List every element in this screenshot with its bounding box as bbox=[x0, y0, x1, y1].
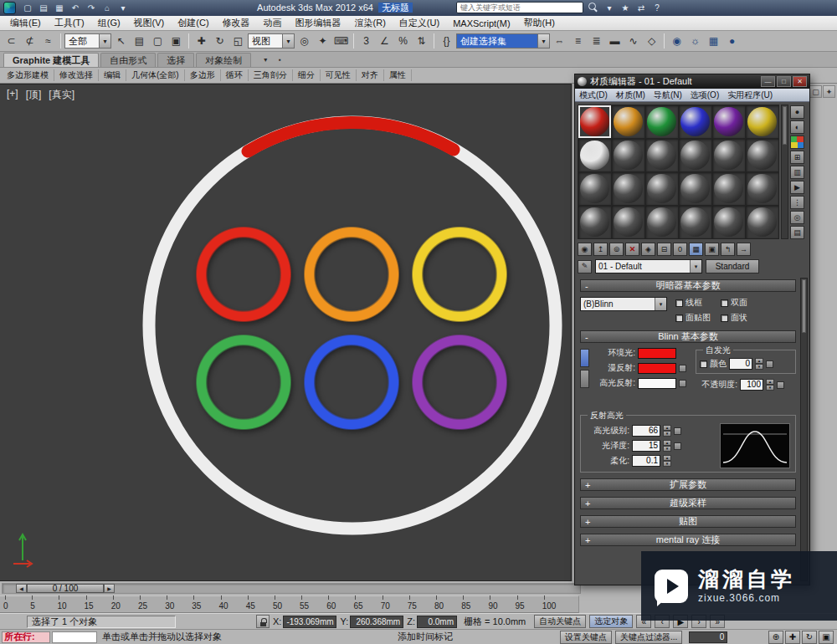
redo-icon[interactable]: ↷ bbox=[84, 2, 99, 15]
keyboard-override-icon[interactable]: ⌨ bbox=[332, 33, 350, 50]
menu-item[interactable]: 实用程序(U) bbox=[723, 89, 777, 101]
project-folder-icon[interactable]: ⌂ bbox=[100, 2, 115, 15]
rollout-maps[interactable]: 贴图 bbox=[580, 515, 796, 528]
chevron-down-icon[interactable] bbox=[99, 34, 110, 48]
material-slot[interactable] bbox=[578, 206, 611, 238]
material-slot[interactable] bbox=[746, 139, 778, 171]
opacity-value[interactable]: 100 bbox=[740, 379, 763, 391]
make-preview-icon[interactable]: ▶ bbox=[790, 181, 804, 194]
ribbon-panel[interactable]: 对齐 bbox=[357, 69, 384, 80]
sample-type-icon[interactable]: ● bbox=[790, 105, 804, 119]
menu-item[interactable]: 动画 bbox=[257, 16, 289, 30]
exchange-icon[interactable]: ⇄ bbox=[635, 2, 647, 13]
go-forward-sibling-icon[interactable]: → bbox=[737, 243, 751, 256]
torus-orange[interactable] bbox=[303, 226, 400, 323]
track-bar[interactable]: 0510152025303540455055606570758085909510… bbox=[0, 595, 579, 613]
ribbon-minimize-icon[interactable]: ▾ bbox=[259, 54, 271, 65]
select-and-scale-icon[interactable]: ◱ bbox=[229, 33, 247, 50]
maximize-button[interactable]: □ bbox=[777, 76, 791, 87]
bind-to-spacewarp-icon[interactable]: ≈ bbox=[39, 33, 57, 50]
rollout-mental-ray-connection[interactable]: mental ray 连接 bbox=[580, 534, 796, 546]
rollout-shader-basic-parameters[interactable]: 明暗器基本参数 bbox=[580, 279, 796, 292]
material-editor-icon[interactable]: ◉ bbox=[668, 33, 686, 50]
get-material-icon[interactable]: ◉ bbox=[578, 243, 592, 256]
glossiness-map-button[interactable] bbox=[674, 442, 681, 450]
specular-level-map-button[interactable] bbox=[674, 427, 681, 435]
viewport-menu-shading[interactable]: [真实] bbox=[49, 88, 74, 102]
video-color-check-icon[interactable]: ▥ bbox=[790, 166, 804, 179]
open-file-icon[interactable]: ▤ bbox=[36, 2, 51, 15]
favorites-icon[interactable]: ★ bbox=[619, 2, 631, 13]
selection-region-icon[interactable]: ▢ bbox=[149, 33, 167, 50]
angle-snap-icon[interactable]: ∠ bbox=[376, 33, 393, 50]
slots-scrollbar[interactable] bbox=[781, 105, 788, 239]
previous-frame-arrow-icon[interactable]: ◀ bbox=[16, 584, 27, 593]
diffuse-specular-lock[interactable] bbox=[580, 370, 589, 388]
material-slot[interactable] bbox=[578, 139, 611, 171]
glossiness-spinner[interactable] bbox=[663, 440, 671, 452]
wireframe-checkbox[interactable] bbox=[675, 299, 683, 307]
torus-red[interactable] bbox=[195, 226, 292, 323]
search-input[interactable] bbox=[456, 2, 583, 13]
chevron-down-icon[interactable] bbox=[537, 34, 549, 48]
select-and-move-icon[interactable]: ✚ bbox=[193, 33, 210, 50]
key-target-select[interactable]: 选定对象 bbox=[589, 615, 633, 628]
chevron-down-icon[interactable] bbox=[655, 298, 666, 310]
material-slot[interactable] bbox=[645, 172, 678, 205]
named-selection-sets-combo[interactable]: 创建选择集 bbox=[456, 33, 550, 49]
use-pivot-center-icon[interactable]: ◎ bbox=[295, 33, 313, 50]
soften-value[interactable]: 0.1 bbox=[632, 455, 660, 467]
coordinate-y-field[interactable]: 260.368mm bbox=[350, 616, 403, 628]
reference-coordinate-select[interactable]: 视图 bbox=[248, 33, 295, 49]
torus-purple[interactable] bbox=[411, 334, 508, 431]
viewport-menu-general[interactable]: [+] bbox=[7, 88, 18, 102]
align-icon[interactable]: ≡ bbox=[569, 33, 587, 50]
curve-editor-icon[interactable]: ∿ bbox=[624, 33, 642, 50]
render-setup-icon[interactable]: ☼ bbox=[686, 33, 704, 50]
select-and-manipulate-icon[interactable]: ✦ bbox=[314, 33, 331, 50]
material-slot[interactable] bbox=[679, 139, 711, 171]
ribbon-panel[interactable]: 修改选择 bbox=[54, 69, 99, 80]
add-time-tag[interactable]: 添加时间标记 bbox=[398, 631, 453, 643]
background-checker-icon[interactable] bbox=[790, 135, 804, 149]
torus-yellow[interactable] bbox=[411, 226, 508, 323]
material-name-combo[interactable]: 01 - Default bbox=[595, 259, 702, 273]
rollout-supersampling[interactable]: 超级采样 bbox=[580, 497, 796, 509]
show-end-result-icon[interactable]: ▣ bbox=[705, 243, 719, 256]
key-filters-button[interactable]: 关键点过滤器... bbox=[615, 631, 682, 644]
ambient-color-swatch[interactable] bbox=[638, 348, 676, 359]
menu-item[interactable]: 视图(V) bbox=[127, 16, 172, 30]
rollout-blinn-basic-parameters[interactable]: Blinn 基本参数 bbox=[580, 330, 796, 343]
save-file-icon[interactable]: ▦ bbox=[52, 2, 67, 15]
specular-level-spinner[interactable] bbox=[663, 425, 671, 437]
menu-item[interactable]: 模式(D) bbox=[575, 89, 612, 101]
soften-spinner[interactable] bbox=[663, 455, 671, 467]
face-map-checkbox[interactable] bbox=[675, 314, 683, 322]
select-and-link-icon[interactable]: ⊂ bbox=[3, 33, 20, 50]
qat-customize-icon[interactable]: ▾ bbox=[116, 2, 131, 15]
time-slider-track[interactable]: ◀ 0 / 100 ▶ bbox=[2, 583, 581, 594]
search-options-icon[interactable]: ▾ bbox=[603, 2, 615, 13]
material-slot[interactable] bbox=[679, 206, 711, 238]
material-slot[interactable] bbox=[612, 172, 644, 205]
material-slot[interactable] bbox=[712, 206, 745, 238]
tab-freeform[interactable]: 自由形式 bbox=[100, 53, 156, 67]
layer-manager-icon[interactable]: ≣ bbox=[588, 33, 605, 50]
maxscript-mini-listener[interactable]: 所在行: bbox=[2, 631, 50, 643]
material-slot[interactable] bbox=[612, 206, 644, 238]
menu-item[interactable]: 帮助(H) bbox=[517, 16, 562, 30]
material-slot[interactable] bbox=[746, 172, 778, 205]
ribbon-panel[interactable]: 多边形建模 bbox=[2, 69, 54, 80]
undo-icon[interactable]: ↶ bbox=[68, 2, 83, 15]
material-slot[interactable] bbox=[578, 172, 611, 205]
reset-map-icon[interactable]: ✕ bbox=[625, 243, 639, 256]
chevron-down-icon[interactable] bbox=[282, 34, 294, 48]
window-crossing-icon[interactable]: ▣ bbox=[167, 33, 185, 50]
material-slot[interactable] bbox=[679, 172, 711, 205]
named-selection-sets-icon[interactable]: {} bbox=[438, 33, 455, 50]
mirror-icon[interactable]: ⇔ bbox=[551, 33, 568, 50]
3dsmax-logo-icon[interactable] bbox=[3, 2, 16, 14]
menu-item[interactable]: 创建(C) bbox=[171, 16, 215, 30]
display-tab-icon[interactable]: ▢ bbox=[809, 85, 822, 98]
menu-item[interactable]: 自定义(U) bbox=[393, 16, 446, 30]
